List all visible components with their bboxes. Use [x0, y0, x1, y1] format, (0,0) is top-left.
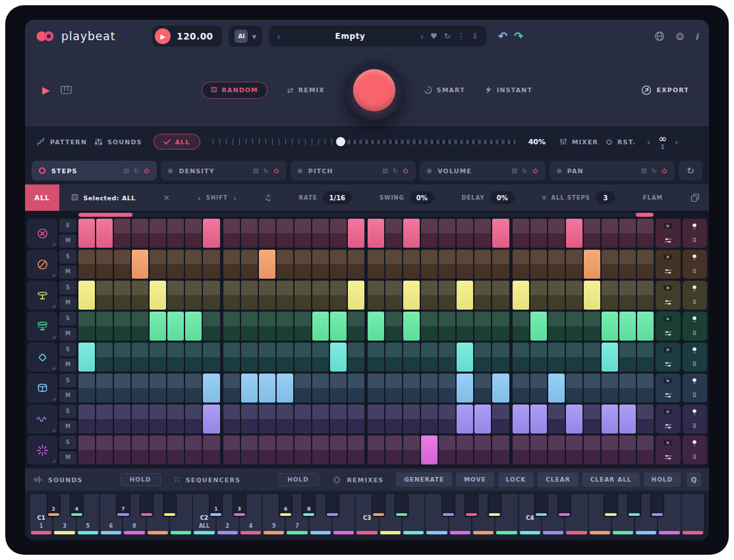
clear-track-button[interactable] — [656, 312, 681, 326]
rate-value[interactable]: 1/16 — [323, 191, 353, 204]
step-cell[interactable] — [167, 405, 184, 434]
preset-next-button[interactable]: › — [420, 32, 424, 42]
step-cell[interactable] — [277, 435, 293, 464]
black-key[interactable]: 7 — [116, 494, 130, 517]
download-icon[interactable]: ⇩ — [472, 32, 478, 41]
step-cell[interactable] — [78, 312, 95, 341]
tom-icon[interactable] — [27, 374, 57, 403]
roll-ball-button[interactable] — [683, 405, 708, 419]
step-cell[interactable] — [277, 374, 293, 403]
step-cell[interactable] — [619, 250, 636, 279]
step-cell[interactable] — [150, 405, 166, 434]
step-cell[interactable] — [203, 405, 219, 434]
step-cell[interactable] — [241, 281, 258, 310]
step-cell[interactable] — [150, 343, 166, 372]
step-cell[interactable] — [259, 405, 275, 434]
step-cell[interactable] — [566, 374, 582, 403]
step-cell[interactable] — [78, 435, 95, 464]
row-sliders-button[interactable] — [656, 357, 681, 372]
step-cell[interactable] — [368, 435, 384, 464]
step-cell[interactable] — [513, 343, 529, 372]
step-cell[interactable] — [150, 281, 166, 310]
copy-icon[interactable] — [691, 193, 700, 202]
step-cell[interactable] — [584, 374, 600, 403]
step-cell[interactable] — [566, 281, 582, 310]
step-cell[interactable] — [548, 343, 565, 372]
step-cell[interactable] — [421, 250, 438, 279]
step-cell[interactable] — [457, 405, 473, 434]
step-cell[interactable] — [439, 281, 455, 310]
mute-button[interactable]: M — [59, 296, 76, 310]
step-cell[interactable] — [368, 219, 384, 248]
step-cell[interactable] — [312, 374, 329, 403]
step-cell[interactable] — [474, 312, 491, 341]
step-cell[interactable] — [241, 250, 258, 279]
step-cell[interactable] — [548, 219, 565, 248]
step-cell[interactable] — [96, 343, 113, 372]
dice-icon[interactable]: ⚄ — [123, 167, 129, 175]
step-cell[interactable] — [78, 250, 95, 279]
preset-name[interactable]: Empty — [287, 32, 414, 41]
step-cell[interactable] — [530, 405, 547, 434]
step-cell[interactable] — [96, 374, 113, 403]
step-cell[interactable] — [421, 374, 438, 403]
step-cell[interactable] — [223, 250, 240, 279]
step-cell[interactable] — [150, 219, 166, 248]
randomness-slider[interactable] — [213, 137, 516, 146]
step-cell[interactable] — [368, 250, 384, 279]
export-button[interactable]: EXPORT — [641, 85, 689, 96]
step-cell[interactable] — [513, 405, 529, 434]
step-cell[interactable] — [259, 435, 275, 464]
burst-icon[interactable] — [27, 435, 57, 464]
step-cell[interactable] — [421, 219, 438, 248]
step-cell[interactable] — [530, 219, 547, 248]
bpm-value[interactable]: 120.00 — [177, 31, 213, 42]
drag-handle[interactable]: ⠿ — [683, 264, 708, 279]
tab-volume[interactable]: VOLUME⚄↻ — [420, 161, 545, 181]
step-cell[interactable] — [403, 435, 420, 464]
step-cell[interactable] — [312, 219, 329, 248]
step-cell[interactable] — [277, 281, 293, 310]
step-cell[interactable] — [114, 374, 130, 403]
step-cell[interactable] — [114, 219, 130, 248]
step-cell[interactable] — [566, 219, 582, 248]
step-cell[interactable] — [114, 281, 130, 310]
step-cell[interactable] — [150, 435, 166, 464]
black-key[interactable]: 6 — [279, 494, 293, 517]
tab-pitch[interactable]: PITCH⚄↻ — [291, 161, 416, 181]
step-cell[interactable] — [457, 219, 473, 248]
step-cell[interactable] — [566, 435, 582, 464]
step-cell[interactable] — [439, 405, 455, 434]
expand-corner-icon[interactable] — [52, 304, 55, 308]
generate-button[interactable]: GENERATE — [396, 472, 452, 487]
drag-handle[interactable]: ⠿ — [683, 388, 708, 403]
white-key[interactable] — [682, 494, 704, 535]
step-cell[interactable] — [637, 374, 654, 403]
step-cell[interactable] — [348, 312, 364, 341]
drag-handle[interactable]: ⠿ — [683, 419, 708, 434]
roll-ball-button[interactable] — [683, 281, 708, 295]
black-key[interactable] — [395, 494, 409, 517]
step-cell[interactable] — [185, 435, 202, 464]
drag-handle[interactable]: ⠿ — [683, 295, 708, 310]
step-cell[interactable] — [132, 405, 148, 434]
step-cell[interactable] — [295, 250, 311, 279]
step-cell[interactable] — [348, 219, 364, 248]
kebab-menu-icon[interactable]: ⋮ — [457, 32, 465, 41]
step-cell[interactable] — [457, 312, 473, 341]
info-icon[interactable]: i — [695, 32, 698, 42]
solo-button[interactable]: S — [59, 250, 76, 264]
step-cell[interactable] — [203, 435, 219, 464]
step-cell[interactable] — [403, 312, 420, 341]
step-cell[interactable] — [619, 312, 636, 341]
sync-button[interactable]: ↻ — [679, 161, 702, 181]
step-cell[interactable] — [385, 374, 402, 403]
step-cell[interactable] — [474, 374, 491, 403]
step-cell[interactable] — [513, 250, 529, 279]
loop-icon[interactable]: ↻ — [263, 167, 268, 175]
dice-icon[interactable]: ⚄ — [512, 167, 518, 175]
black-key[interactable] — [441, 494, 455, 517]
step-cell[interactable] — [223, 312, 240, 341]
step-cell[interactable] — [513, 312, 529, 341]
step-cell[interactable] — [530, 281, 547, 310]
